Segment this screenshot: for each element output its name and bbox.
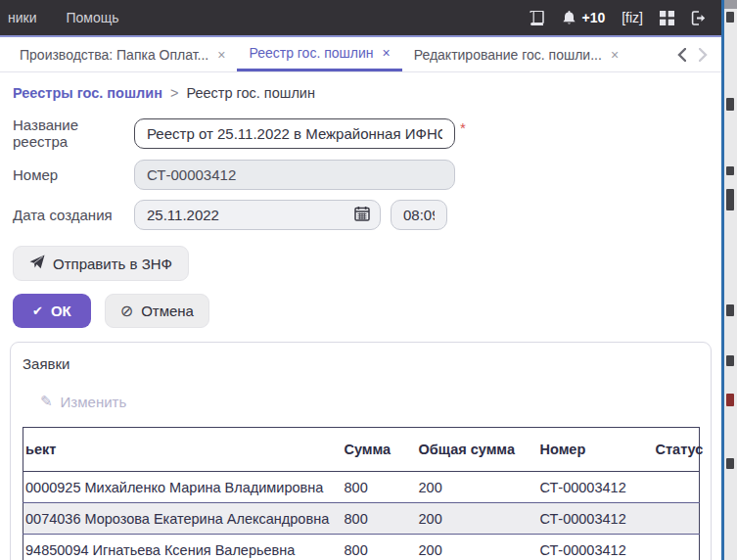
book-icon[interactable] (529, 11, 545, 25)
logout-icon[interactable] (691, 11, 708, 25)
screen-artifact (726, 458, 734, 469)
screen-artifact (726, 189, 734, 210)
table-row[interactable]: 0000925 Михайленко Марина Владимировна80… (23, 472, 700, 503)
chevron-right-icon[interactable] (694, 44, 712, 66)
column-header[interactable]: Статус (650, 428, 700, 472)
pencil-icon: ✎ (40, 393, 53, 410)
paper-plane-icon (29, 255, 45, 272)
breadcrumb-current: Реестр гос. пошлин (186, 85, 315, 101)
tab-redaktirovanie[interactable]: Редактирование гос. пошли... × (402, 37, 630, 71)
breadcrumb-link[interactable]: Реестры гос. пошлин (13, 85, 162, 101)
column-header[interactable]: Сумма (339, 428, 413, 472)
table-row[interactable]: 0074036 Морозова Екатерина Александровна… (23, 503, 700, 535)
ok-button[interactable]: ✔ ОК (13, 294, 91, 328)
ok-button-label: ОК (51, 303, 71, 319)
table-cell (650, 503, 700, 535)
register-name-input[interactable] (134, 118, 455, 149)
edit-button-label: Изменить (61, 394, 127, 410)
name-field-label: Название реестра (13, 117, 134, 150)
tab-label: Редактирование гос. пошли... (414, 47, 602, 63)
screen-artifact (726, 166, 734, 175)
chevron-left-icon[interactable] (672, 44, 690, 66)
created-date-input[interactable] (147, 207, 354, 223)
breadcrumb: Реестры гос. пошлин > Реестр гос. пошлин (0, 72, 721, 107)
notifications-bell[interactable]: +10 (562, 10, 605, 25)
tab-proizvodstva[interactable]: Производства: Папка Оплат... × (8, 37, 237, 71)
screen-artifact (726, 98, 734, 111)
table-cell: СТ-00003412 (534, 472, 650, 503)
table-body: 0000925 Михайленко Марина Владимировна80… (23, 472, 700, 560)
table-cell: 200 (413, 503, 534, 535)
table-cell: СТ-00003412 (534, 503, 650, 535)
created-date-label: Дата создания (13, 207, 134, 223)
table-row[interactable]: 94850094 Игнатьева Ксения Валерьевна8002… (23, 535, 700, 560)
screen-artifact (726, 304, 734, 316)
created-time-input[interactable] (391, 200, 447, 230)
app-window: ники Помощь +10 [fiz] Производства: Папк… (0, 0, 721, 560)
screen-artifact (726, 394, 734, 406)
table-cell: 800 (339, 472, 413, 503)
table-cell: 800 (339, 503, 413, 535)
tab-label: Производства: Папка Оплат... (20, 47, 208, 63)
cancel-button-label: Отмена (141, 303, 194, 319)
bell-icon (562, 10, 576, 25)
table-cell: 200 (413, 535, 534, 560)
top-navbar: ники Помощь +10 [fiz] (0, 0, 721, 37)
screen-artifact (726, 355, 734, 366)
column-header[interactable]: Общая сумма (413, 428, 534, 472)
table-cell: 0074036 Морозова Екатерина Александровна (23, 503, 339, 535)
table-cell: СТ-00003412 (534, 535, 650, 560)
column-header[interactable]: Номер (534, 428, 650, 472)
applications-table: ьектСуммаОбщая суммаНомерСтатус 0000925 … (23, 427, 700, 560)
close-icon[interactable]: × (217, 48, 225, 62)
panel-title: Заявки (23, 355, 699, 372)
edit-button[interactable]: ✎ Изменить (40, 393, 126, 410)
screen-artifact (724, 0, 737, 9)
table-cell: 94850094 Игнатьева Ксения Валерьевна (23, 535, 339, 560)
notifications-count: +10 (581, 10, 605, 25)
check-icon: ✔ (32, 303, 43, 318)
send-button-label: Отправить в ЗНФ (53, 256, 172, 272)
breadcrumb-separator: > (170, 85, 178, 101)
number-field-label: Номер (13, 166, 134, 183)
zayavki-panel: Заявки ✎ Изменить ьектСуммаОбщая суммаНо… (10, 342, 712, 560)
table-cell (650, 535, 700, 560)
nav-menu-item-help[interactable]: Помощь (52, 0, 134, 35)
column-header[interactable]: ьект (23, 428, 339, 472)
screen-edge-artifact (724, 0, 737, 560)
screen-artifact (726, 12, 734, 23)
send-to-znf-button[interactable]: Отправить в ЗНФ (13, 246, 189, 281)
date-input-wrapper (134, 200, 381, 230)
grid-icon[interactable] (660, 11, 674, 25)
close-icon[interactable]: × (611, 48, 619, 62)
register-number-input (134, 160, 455, 190)
table-cell: 0000925 Михайленко Марина Владимировна (23, 472, 339, 503)
cancel-button[interactable]: ⊘ Отмена (105, 294, 209, 328)
fiz-label[interactable]: [fiz] (622, 10, 643, 25)
tab-bar: Производства: Папка Оплат... × Реестр го… (0, 37, 721, 72)
close-icon[interactable]: × (383, 46, 391, 60)
tab-reestr-gos-poshlin[interactable]: Реестр гос. пошлин × (237, 37, 401, 71)
nav-menu-item-spravochniki[interactable]: ники (0, 0, 52, 35)
cancel-icon: ⊘ (120, 303, 133, 319)
table-cell: 800 (339, 535, 413, 560)
register-form: Название реестра * Номер Дата создания (0, 117, 721, 230)
table-cell (650, 472, 700, 503)
tab-label: Реестр гос. пошлин (249, 45, 373, 61)
calendar-icon[interactable] (354, 206, 370, 225)
table-header-row: ьектСуммаОбщая суммаНомерСтатус (23, 428, 700, 472)
required-asterisk: * (460, 117, 466, 136)
table-cell: 200 (413, 472, 534, 503)
